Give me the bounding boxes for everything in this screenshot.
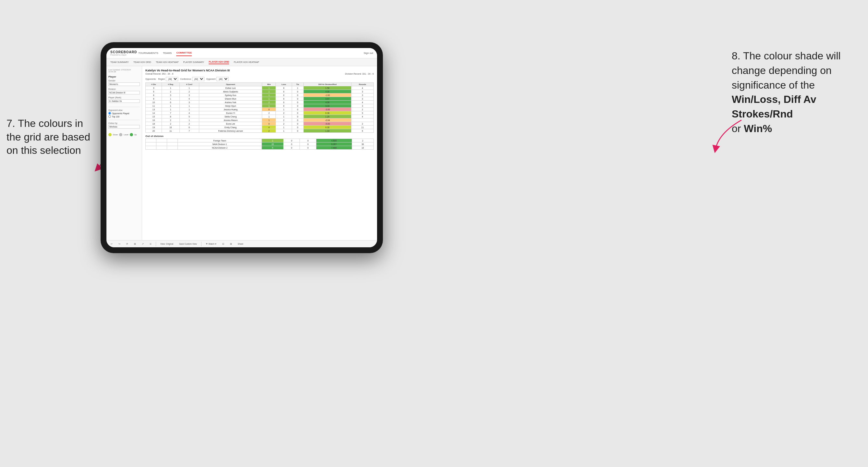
nav-teams[interactable]: TEAMS <box>163 50 172 56</box>
tablet-screen: SCOREBOARD Powered by clippd TOURNAMENTS… <box>106 48 377 247</box>
sign-out-link[interactable]: Sign out <box>364 52 373 55</box>
division-select[interactable]: NCAA Division III <box>108 91 140 94</box>
radio-opponents-played-input[interactable] <box>108 112 111 115</box>
td-reg: 2 <box>162 90 180 93</box>
sidebar-divider-2 <box>108 120 140 120</box>
opponent-select[interactable]: (All) <box>216 77 229 81</box>
table-row: 5 2 2 Alexis Sudjianto 1 0 0 4.00 3 <box>146 90 374 93</box>
region-select[interactable]: (All) <box>166 77 178 81</box>
toolbar-watch[interactable]: 👁 Watch ▾ <box>204 242 218 246</box>
toolbar-view-original[interactable]: View: Original <box>159 242 175 246</box>
td-tie: 0 <box>300 139 316 143</box>
td-loss: 0 <box>284 146 300 150</box>
player-rank-label: Player (Rank) <box>108 96 140 99</box>
td-diff: -3.00 <box>304 108 351 111</box>
td-reg: 8 <box>162 115 180 119</box>
player-rank-select[interactable]: 8. Katelyn Vo <box>108 99 140 103</box>
legend-row: Down Level Up <box>108 133 140 136</box>
table-row: 3 1 1 Esther Lee 1 0 1 1.50 4 <box>146 86 374 90</box>
td-reg <box>156 146 167 150</box>
division-label: Division <box>108 88 140 90</box>
td-diff: 3.67 <box>304 97 351 101</box>
gender-select[interactable]: Women's <box>108 83 140 86</box>
td-diff: 0.30 <box>304 126 351 129</box>
sub-nav-player-summary[interactable]: PLAYER SUMMARY <box>183 60 205 64</box>
table-row: 18 2 2 Euna Lee 0 2 0 -5.00 2 <box>146 122 374 126</box>
sub-nav: TEAM SUMMARY TEAM H2H GRID TEAM H2H HEAT… <box>106 58 377 66</box>
td-opponent: NAIA Division 1 <box>178 143 262 146</box>
td-loss: 2 <box>276 119 292 122</box>
td-loss: 1 <box>276 126 292 129</box>
td-rounds: 2 <box>352 139 373 143</box>
toolbar-clock[interactable]: ⊙ <box>148 242 153 246</box>
td-div: 5 <box>146 90 162 93</box>
td-reg: 7 <box>162 111 180 115</box>
td-conf: 4 <box>180 111 199 115</box>
toolbar-undo[interactable]: ↩ <box>109 242 114 246</box>
opponent-view-label: Opponent view <box>108 109 140 111</box>
td-reg: 3 <box>162 93 180 97</box>
sub-nav-player-h2h-heatmap[interactable]: PLAYER H2H HEATMAP <box>234 60 259 64</box>
legend-dot-up <box>130 133 133 136</box>
td-conf: 3 <box>180 101 199 104</box>
table-row: 19 10 6 Emily Chang 4 1 0 0.30 11 <box>146 126 374 129</box>
td-loss: 2 <box>276 122 292 126</box>
td-reg: 6 <box>162 101 180 104</box>
colour-by-select[interactable]: Win/loss <box>108 125 140 128</box>
nav-tournaments[interactable]: TOURNAMENTS <box>138 50 158 56</box>
td-loss: 0 <box>284 139 300 143</box>
filter-row: Opponents: Region (All) Conference (All) <box>145 77 374 81</box>
toolbar-layout1[interactable]: ⊡ <box>221 242 226 246</box>
td-opponent: Sydney Kuo <box>199 93 262 97</box>
toolbar-share[interactable]: Share <box>236 242 245 246</box>
conference-select[interactable]: (All) <box>192 77 205 81</box>
td-opponent: Eunice Yi <box>199 111 262 115</box>
nav-right: Sign out <box>364 52 373 55</box>
td-diff: -1.00 <box>304 93 351 97</box>
td-loss: 1 <box>276 108 292 111</box>
td-conf: 7 <box>180 129 199 133</box>
toolbar-grid[interactable]: ⊞ <box>132 242 137 246</box>
sub-nav-team-summary[interactable]: TEAM SUMMARY <box>110 60 129 64</box>
ood-table-row: NAIA Division 1 15 0 0 9.267 30 <box>146 143 374 146</box>
sidebar-divider <box>108 107 140 107</box>
td-diff: -5.00 <box>304 122 351 126</box>
td-conf <box>167 146 178 150</box>
sub-nav-team-h2h-grid[interactable]: TEAM H2H GRID <box>133 60 151 64</box>
table-row: 13 1 1 Jessica Huang 0 1 0 -3.00 2 <box>146 108 374 111</box>
toolbar-sep <box>156 242 156 246</box>
toolbar-export[interactable]: ↗ <box>140 242 145 246</box>
td-win: 1 <box>262 104 276 108</box>
colour-by-label: Colour by <box>108 122 140 124</box>
toolbar-refresh[interactable]: ⟳ <box>125 242 130 246</box>
toolbar-layout2[interactable]: ⊞ <box>228 242 234 246</box>
legend-level-label: Level <box>124 134 128 136</box>
td-conf: 2 <box>180 90 199 93</box>
conference-label: Conference <box>180 78 191 80</box>
td-opponent: NCAA Division 2 <box>178 146 262 150</box>
sub-nav-team-h2h-heatmap[interactable]: TEAM H2H HEATMAP <box>156 60 179 64</box>
tablet-frame: SCOREBOARD Powered by clippd TOURNAMENTS… <box>101 42 383 253</box>
td-rounds: 4 <box>351 86 374 90</box>
td-loss: 0 <box>276 104 292 108</box>
toolbar-save-custom[interactable]: Save Custom View <box>178 242 198 246</box>
td-rounds: 2 <box>351 122 374 126</box>
td-loss: 0 <box>276 86 292 90</box>
td-tie: 0 <box>292 93 303 97</box>
td-rounds: 9 <box>351 111 374 115</box>
conference-filter: Conference (All) <box>180 77 205 81</box>
td-div: 10 <box>146 101 162 104</box>
opponents-filter-label: Opponents: <box>145 78 156 80</box>
sub-nav-player-h2h-grid[interactable]: PLAYER H2H GRID <box>209 60 229 64</box>
td-conf: 1 <box>180 104 199 108</box>
td-reg: 1 <box>162 86 180 90</box>
td-tie: 0 <box>300 143 316 146</box>
radio-top-100-input[interactable] <box>108 115 111 118</box>
toolbar-redo[interactable]: ↪ <box>117 242 122 246</box>
nav-committee[interactable]: COMMITTEE <box>176 50 192 56</box>
main-content: Last Updated: 27/03/2024 16:55:38 Player… <box>106 66 377 240</box>
sidebar-timestamp: Last Updated: 27/03/2024 16:55:38 <box>108 69 140 73</box>
table-row: 20 11 7 Federica Domecq Lacroze 2 1 0 1.… <box>146 129 374 133</box>
td-diff: 4.00 <box>304 90 351 93</box>
overall-record: Overall Record: 353 - 34 - 6 <box>145 73 173 75</box>
